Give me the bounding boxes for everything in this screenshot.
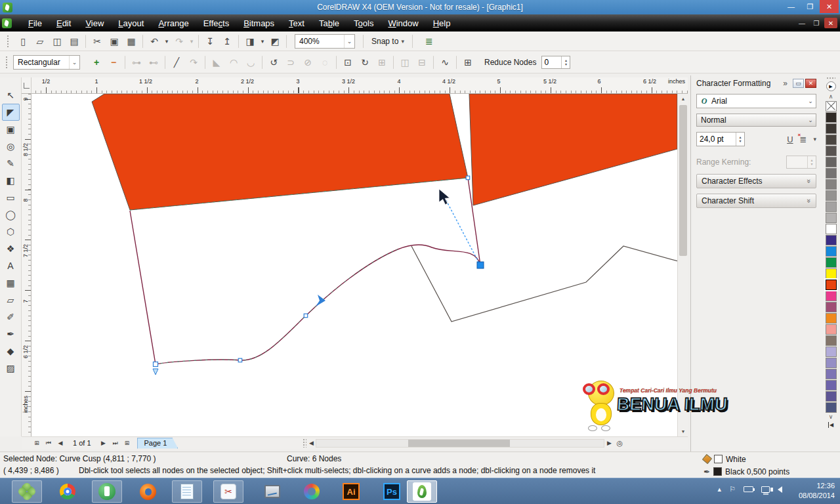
doc-minimize-button[interactable]: — xyxy=(795,18,808,28)
docker-collapse-icon[interactable]: » xyxy=(783,79,788,88)
eyedropper-tool[interactable]: ✐ xyxy=(2,308,20,326)
export-icon[interactable]: ↥ xyxy=(219,33,236,49)
color-swatch[interactable] xyxy=(826,201,837,212)
menu-effects[interactable]: Effects xyxy=(196,16,237,31)
scroll-right-icon[interactable]: ▶ xyxy=(604,440,614,446)
color-swatch[interactable] xyxy=(826,168,837,178)
palette-expand-icon[interactable]: ◀ xyxy=(828,422,833,428)
close-button[interactable]: ✕ xyxy=(820,0,839,13)
curve-node[interactable] xyxy=(466,176,470,180)
blend-tool[interactable]: ▱ xyxy=(2,291,20,308)
scroll-up-icon[interactable]: ▲ xyxy=(678,94,688,104)
menu-layout[interactable]: Layout xyxy=(111,16,151,31)
no-color-swatch[interactable] xyxy=(826,101,837,112)
color-swatch-selected[interactable] xyxy=(826,280,837,290)
taskbar-coreldraw-active[interactable] xyxy=(407,480,437,503)
font-style-combo[interactable]: Normal ⌄ xyxy=(696,114,816,127)
scroll-left-icon[interactable]: ◀ xyxy=(306,440,316,446)
taskbar-photoshop[interactable]: Ps xyxy=(377,480,407,503)
vertical-ruler[interactable]: 98 1/287 1/276 1/2 inches xyxy=(22,94,32,436)
crop-tool[interactable]: ▣ xyxy=(2,121,20,138)
taskbar-notepad[interactable] xyxy=(172,480,202,503)
outline-pen-tool[interactable]: ✒ xyxy=(2,326,20,343)
curve-node[interactable] xyxy=(238,358,242,362)
reduce-nodes-stepper[interactable]: 0 ▴▾ xyxy=(541,56,570,69)
taskbar-color-ring-app[interactable] xyxy=(297,480,327,503)
doc-restore-button[interactable]: ❐ xyxy=(810,18,823,28)
add-node-icon[interactable]: + xyxy=(88,54,105,70)
zoom-tool[interactable]: ◎ xyxy=(2,138,20,155)
undo-dropdown-icon[interactable]: ▾ xyxy=(163,33,171,49)
chevron-down-icon[interactable]: ⌄ xyxy=(69,56,79,69)
taskbar-illustrator[interactable]: Ai xyxy=(336,480,366,503)
navigator-zoom-icon[interactable]: ◎ xyxy=(614,439,625,448)
spin-down-icon[interactable]: ▾ xyxy=(565,62,567,66)
menu-table[interactable]: Table xyxy=(312,16,346,31)
section-character-effects[interactable]: Character Effects » xyxy=(696,174,816,188)
previous-page-icon[interactable]: ◀ xyxy=(54,440,66,446)
spin-down-icon[interactable]: ▾ xyxy=(739,139,741,143)
color-swatch[interactable] xyxy=(826,179,837,190)
rotate-nodes-icon[interactable]: ↻ xyxy=(356,54,373,70)
ruler-origin-corner[interactable] xyxy=(22,77,32,94)
font-list-combo[interactable]: O Arial ⌄ xyxy=(696,94,816,108)
tray-flag-icon[interactable]: ⚐ xyxy=(729,485,736,494)
curve-start-arrow[interactable] xyxy=(153,369,158,375)
menu-arrange[interactable]: Arrange xyxy=(151,16,196,31)
vertical-scroll-thumb[interactable] xyxy=(679,105,687,256)
color-swatch[interactable] xyxy=(826,313,837,324)
palette-scroll-up-icon[interactable]: ∧ xyxy=(829,93,833,100)
tray-battery-icon[interactable] xyxy=(744,486,753,492)
cusp-node-icon[interactable]: ◣ xyxy=(208,54,225,70)
orange-shape-right[interactable] xyxy=(469,94,677,205)
underline-button[interactable]: U xyxy=(787,135,793,144)
import-icon[interactable]: ↧ xyxy=(201,33,219,49)
menu-bitmaps[interactable]: Bitmaps xyxy=(236,16,282,31)
fill-tool[interactable]: ◆ xyxy=(2,343,20,360)
align-nodes-icon[interactable]: ⊞ xyxy=(373,54,390,70)
last-page-icon[interactable]: ⏭ xyxy=(110,440,121,447)
horizontal-ruler[interactable]: 1/211 1/222 1/233 1/244 1/255 1/266 1/2 … xyxy=(32,77,688,94)
toolbar-grip[interactable] xyxy=(7,35,10,48)
close-curve-icon[interactable]: ◌ xyxy=(316,54,333,70)
page-tab[interactable]: Page 1 xyxy=(137,438,178,449)
convert-to-line-icon[interactable]: ╱ xyxy=(168,54,185,70)
reflect-vertical-icon[interactable]: ⊟ xyxy=(413,54,430,70)
redo-icon[interactable]: ↷ xyxy=(171,33,188,49)
minimize-button[interactable]: — xyxy=(782,0,801,13)
menu-view[interactable]: View xyxy=(78,16,111,31)
undo-icon[interactable]: ↶ xyxy=(146,33,163,49)
select-all-nodes-icon[interactable]: ⊞ xyxy=(459,54,476,70)
strikethrough-button[interactable]: ≣× xyxy=(800,135,807,144)
taskbar-system-monitor[interactable] xyxy=(257,480,287,503)
snap-to-button[interactable]: Snap to ▾ xyxy=(368,35,408,48)
palette-scroll-down-icon[interactable]: ∨ xyxy=(829,413,833,421)
join-nodes-icon[interactable]: ⊶ xyxy=(128,54,145,70)
restore-button[interactable]: ❐ xyxy=(801,0,820,13)
color-swatch[interactable] xyxy=(826,112,837,123)
options-icon[interactable]: ≣ xyxy=(421,33,438,49)
chevron-down-icon[interactable]: ⌄ xyxy=(805,98,816,104)
color-swatch[interactable] xyxy=(826,213,837,223)
color-swatch[interactable] xyxy=(826,268,837,279)
color-swatch[interactable] xyxy=(826,135,837,145)
color-swatch[interactable] xyxy=(826,335,837,346)
shape-tool[interactable]: ◤ xyxy=(2,104,20,121)
color-swatch[interactable] xyxy=(826,302,837,312)
chevron-double-icon[interactable]: » xyxy=(805,199,813,203)
color-swatch[interactable] xyxy=(826,257,837,268)
ellipse-tool[interactable]: ◯ xyxy=(2,206,20,223)
menu-tools[interactable]: Tools xyxy=(346,16,381,31)
launcher-dropdown-icon[interactable]: ▾ xyxy=(259,33,266,49)
reflect-horizontal-icon[interactable]: ◫ xyxy=(396,54,413,70)
extract-subpath-icon[interactable]: ⊘ xyxy=(299,54,316,70)
taskbar-firefox[interactable] xyxy=(133,480,163,503)
paste-icon[interactable]: ▦ xyxy=(123,33,140,49)
orange-shape-left[interactable] xyxy=(92,94,468,210)
print-icon[interactable]: ▤ xyxy=(66,33,83,49)
shape-preset-combo[interactable]: Rectangular ⌄ xyxy=(13,55,80,70)
horizontal-scrollbar[interactable] xyxy=(316,439,604,448)
copy-icon[interactable]: ▣ xyxy=(106,33,123,49)
open-icon[interactable]: ▱ xyxy=(32,33,49,49)
propbar-grip[interactable] xyxy=(5,56,9,69)
